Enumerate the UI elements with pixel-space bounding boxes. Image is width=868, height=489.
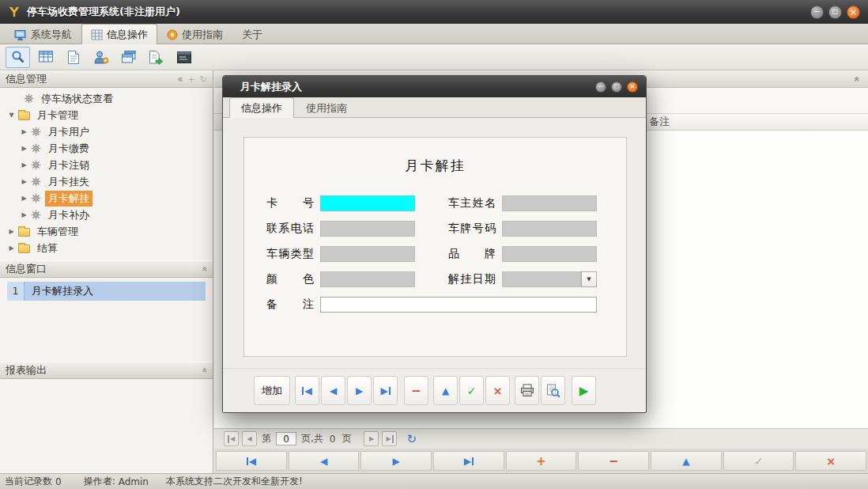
tree-item-monthly-card-payment[interactable]: ▶ 月卡缴费 xyxy=(0,140,213,157)
cancel-record-button[interactable]: × xyxy=(795,451,866,471)
page-total-value: 0 xyxy=(330,434,336,445)
tree-item-monthly-card-reissue[interactable]: ▶ 月卡补办 xyxy=(0,207,213,223)
tab-user-guide[interactable]: 使用指南 xyxy=(157,25,232,44)
prev-record-button[interactable]: ◀ xyxy=(321,376,345,405)
collapse-panel-icon[interactable]: « xyxy=(198,367,209,373)
export-toolbar-button[interactable] xyxy=(144,47,168,68)
edit-record-button[interactable]: ▲ xyxy=(433,376,458,405)
remark-input[interactable] xyxy=(320,297,597,313)
last-record-button[interactable]: ▶ xyxy=(433,451,504,471)
status-bar: 当前记录数 0 操作者: Admin 本系统支持二次开发和全新开发! xyxy=(0,473,868,489)
last-page-button[interactable]: ▶ xyxy=(382,431,397,446)
dialog-maximize-button[interactable]: □ xyxy=(611,82,622,93)
insert-record-button[interactable]: + xyxy=(506,451,577,471)
maximize-button[interactable]: □ xyxy=(828,6,842,19)
console-toolbar-button[interactable] xyxy=(172,47,196,68)
brand-input[interactable] xyxy=(502,246,597,262)
delete-record-button[interactable]: − xyxy=(404,376,428,405)
tree-item-parking-status[interactable]: 停车场状态查看 xyxy=(0,90,213,107)
window-titlebar: 停车场收费管理系统(非注册用户) — □ × xyxy=(0,0,868,24)
chevron-right-icon[interactable]: ▶ xyxy=(19,211,29,218)
card-no-input[interactable] xyxy=(320,195,415,211)
chevron-right-icon[interactable]: ▶ xyxy=(19,161,29,169)
windows-toolbar-button[interactable] xyxy=(116,47,141,68)
chevron-right-icon[interactable]: ▶ xyxy=(19,128,29,135)
dialog-tab-info-operation[interactable]: 信息操作 xyxy=(229,97,294,118)
operator-value: Admin xyxy=(119,476,149,487)
first-record-button[interactable]: ◀ xyxy=(216,451,287,471)
panel-title: 报表输出 xyxy=(6,363,47,377)
tree-item-monthly-card-user[interactable]: ▶ 月卡用户 xyxy=(0,123,213,140)
dialog-titlebar[interactable]: 月卡解挂录入 — □ × xyxy=(223,76,646,97)
tree-item-monthly-card-loss[interactable]: ▶ 月卡挂失 xyxy=(0,173,213,190)
chevron-right-icon[interactable]: ▶ xyxy=(19,178,29,185)
add-icon[interactable]: + xyxy=(188,74,195,85)
edit-record-button[interactable]: ▲ xyxy=(651,451,722,471)
page-number-input[interactable] xyxy=(276,432,296,445)
dialog-tab-user-guide[interactable]: 使用指南 xyxy=(294,99,359,117)
vehicle-type-input[interactable] xyxy=(320,246,415,262)
preview-icon xyxy=(545,384,560,398)
unhang-date-input[interactable] xyxy=(502,271,581,287)
prev-record-button[interactable]: ◀ xyxy=(289,451,360,471)
first-page-button[interactable]: ◀ xyxy=(224,431,239,446)
date-dropdown-button[interactable]: ▼ xyxy=(581,271,597,287)
main-toolbar xyxy=(0,44,868,70)
table-toolbar-button[interactable] xyxy=(33,47,58,68)
collapse-panel-icon[interactable]: « xyxy=(198,266,209,271)
plus-icon: + xyxy=(536,454,546,468)
printer-icon xyxy=(520,384,534,397)
close-button[interactable]: × xyxy=(847,6,860,19)
chevron-right-icon[interactable]: ▶ xyxy=(6,244,17,252)
cross-icon: × xyxy=(493,385,503,397)
open-window-item[interactable]: 1 月卡解挂录入 xyxy=(7,282,206,301)
collapse-sidebar-icon[interactable]: « xyxy=(177,74,183,85)
chevron-down-icon[interactable]: ▼ xyxy=(6,112,17,119)
unhang-date-label: 解挂日期 xyxy=(448,272,496,286)
next-record-button[interactable]: ▶ xyxy=(360,451,432,471)
delete-record-button[interactable]: − xyxy=(578,451,649,471)
info-management-panel-header: 信息管理 « + ↻ xyxy=(0,70,213,88)
tree-item-vehicle-management[interactable]: ▶ 车辆管理 xyxy=(0,223,213,240)
cancel-record-button[interactable]: × xyxy=(485,376,510,405)
execute-button[interactable]: ▶ xyxy=(572,376,596,405)
tree-item-settlement[interactable]: ▶ 结算 xyxy=(0,240,213,256)
minimize-button[interactable]: — xyxy=(810,6,824,19)
app-logo-icon xyxy=(8,5,22,19)
print-button[interactable] xyxy=(515,376,539,405)
owner-name-input[interactable] xyxy=(502,195,597,211)
vehicle-type-label: 车辆类型 xyxy=(266,247,314,261)
color-input[interactable] xyxy=(320,271,415,287)
post-record-button[interactable]: ✓ xyxy=(459,376,484,405)
chevron-right-icon[interactable]: ▶ xyxy=(6,228,17,235)
search-toolbar-button[interactable] xyxy=(6,47,30,68)
chevron-right-icon[interactable]: ▶ xyxy=(19,195,29,202)
user-settings-toolbar-button[interactable] xyxy=(89,47,113,68)
add-button[interactable]: 增加 xyxy=(254,376,290,405)
chevron-right-icon[interactable]: ▶ xyxy=(19,145,29,152)
next-page-button[interactable]: ▶ xyxy=(364,431,379,446)
last-record-button[interactable]: ▶ xyxy=(373,376,398,405)
document-toolbar-button[interactable] xyxy=(61,47,85,68)
dialog-minimize-button[interactable]: — xyxy=(595,82,606,93)
tab-info-operation[interactable]: 信息操作 xyxy=(81,24,157,44)
tree-item-label: 月卡注销 xyxy=(45,157,92,173)
brand-label: 品 牌 xyxy=(448,247,496,261)
tab-system-navigation[interactable]: 系统导航 xyxy=(5,25,81,44)
print-preview-button[interactable] xyxy=(541,376,565,405)
collapse-panel-icon[interactable]: « xyxy=(851,76,862,82)
first-record-button[interactable]: ◀ xyxy=(295,376,319,405)
tab-label: 信息操作 xyxy=(107,28,148,42)
prev-page-button[interactable]: ◀ xyxy=(242,431,257,446)
tree-item-monthly-card-cancel[interactable]: ▶ 月卡注销 xyxy=(0,157,213,173)
next-record-button[interactable]: ▶ xyxy=(347,376,372,405)
tab-about[interactable]: 关于 xyxy=(232,25,272,44)
dialog-close-button[interactable]: × xyxy=(627,82,638,93)
plate-no-input[interactable] xyxy=(502,221,597,237)
post-record-button[interactable]: ✓ xyxy=(723,451,794,471)
refresh-icon[interactable]: ↻ xyxy=(200,74,207,85)
refresh-icon[interactable]: ↻ xyxy=(406,432,417,446)
tree-item-monthly-card-management[interactable]: ▼ 月卡管理 xyxy=(0,107,213,123)
phone-input[interactable] xyxy=(320,221,415,237)
tree-item-monthly-card-unhang[interactable]: ▶ 月卡解挂 xyxy=(0,190,213,207)
